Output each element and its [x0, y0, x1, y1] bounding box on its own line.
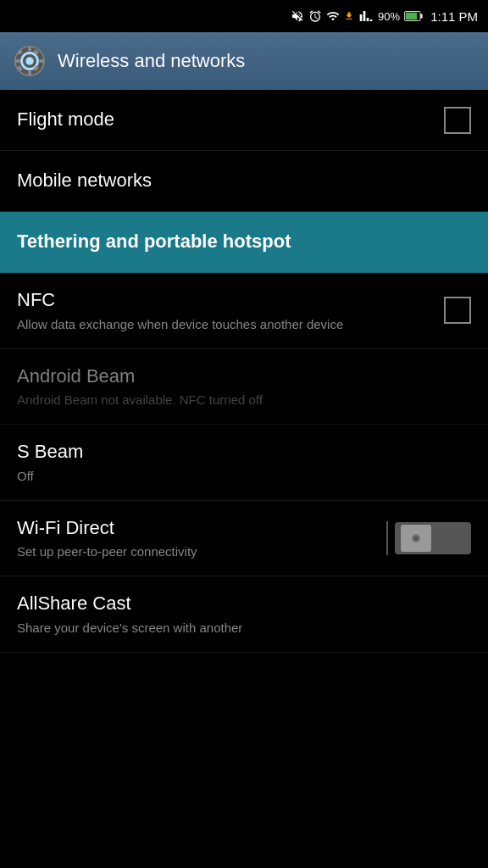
alarm-icon — [308, 9, 322, 23]
svg-point-5 — [25, 57, 34, 65]
mute-icon — [291, 9, 304, 23]
nfc-title: NFC — [17, 288, 444, 313]
settings-gear-icon — [14, 45, 46, 77]
flight-mode-checkbox[interactable] — [444, 107, 471, 134]
toggle-divider — [386, 521, 388, 555]
item-text-wifi-direct: Wi-Fi Direct Set up peer-to-peer connect… — [17, 516, 386, 561]
item-text-android-beam: Android Beam Android Beam not available.… — [17, 364, 471, 409]
wifi-direct-title: Wi-Fi Direct — [17, 516, 386, 541]
settings-item-android-beam: Android Beam Android Beam not available.… — [0, 349, 488, 426]
allshare-cast-title: AllShare Cast — [17, 592, 471, 616]
settings-item-nfc[interactable]: NFC Allow data exchange when device touc… — [0, 273, 488, 349]
item-text-mobile-networks: Mobile networks — [17, 169, 471, 193]
signal-icon — [358, 9, 374, 23]
s-beam-title: S Beam — [17, 440, 471, 465]
wifi-icon — [326, 9, 340, 23]
item-text-flight-mode: Flight mode — [17, 108, 444, 132]
svg-rect-6 — [28, 47, 31, 52]
android-beam-subtitle: Android Beam not available. NFC turned o… — [17, 391, 471, 409]
android-beam-title: Android Beam — [17, 364, 471, 389]
status-time: 1:11 PM — [430, 9, 478, 24]
status-icons: 90% 1:11 PM — [291, 9, 478, 24]
nfc-subtitle: Allow data exchange when device touches … — [17, 315, 444, 333]
svg-rect-1 — [406, 13, 418, 19]
item-text-tethering: Tethering and portable hotspot — [17, 230, 471, 254]
battery-icon — [404, 10, 423, 22]
svg-rect-2 — [421, 14, 423, 18]
svg-rect-7 — [28, 70, 31, 75]
toggle-knob — [401, 525, 431, 552]
settings-item-allshare-cast[interactable]: AllShare Cast Share your device's screen… — [0, 576, 488, 653]
battery-percentage: 90% — [378, 10, 400, 23]
item-text-nfc: NFC Allow data exchange when device touc… — [17, 288, 444, 333]
settings-item-wifi-direct[interactable]: Wi-Fi Direct Set up peer-to-peer connect… — [0, 501, 488, 577]
settings-item-mobile-networks[interactable]: Mobile networks — [0, 151, 488, 212]
status-bar: 90% 1:11 PM — [0, 0, 488, 32]
item-text-s-beam: S Beam Off — [17, 440, 471, 485]
settings-item-s-beam[interactable]: S Beam Off — [0, 425, 488, 501]
toggle-knob-dot — [412, 534, 420, 542]
settings-item-tethering[interactable]: Tethering and portable hotspot — [0, 212, 488, 273]
mobile-networks-title: Mobile networks — [17, 169, 471, 193]
svg-rect-8 — [15, 59, 20, 63]
allshare-cast-subtitle: Share your device's screen with another — [17, 619, 471, 637]
item-text-allshare-cast: AllShare Cast Share your device's screen… — [17, 592, 471, 637]
settings-list: Flight mode Mobile networks Tethering an… — [0, 90, 488, 653]
svg-rect-9 — [39, 59, 44, 63]
page-header: Wireless and networks — [0, 32, 488, 90]
wifi-direct-toggle-container — [386, 521, 471, 555]
flight-mode-title: Flight mode — [17, 108, 444, 132]
page-title: Wireless and networks — [58, 50, 245, 72]
s-beam-subtitle: Off — [17, 467, 471, 485]
tethering-title: Tethering and portable hotspot — [17, 230, 471, 254]
wifi-direct-toggle[interactable] — [395, 522, 471, 554]
download-icon — [344, 10, 354, 22]
nfc-checkbox[interactable] — [444, 297, 471, 324]
settings-item-flight-mode[interactable]: Flight mode — [0, 90, 488, 151]
wifi-direct-subtitle: Set up peer-to-peer connectivity — [17, 542, 386, 560]
